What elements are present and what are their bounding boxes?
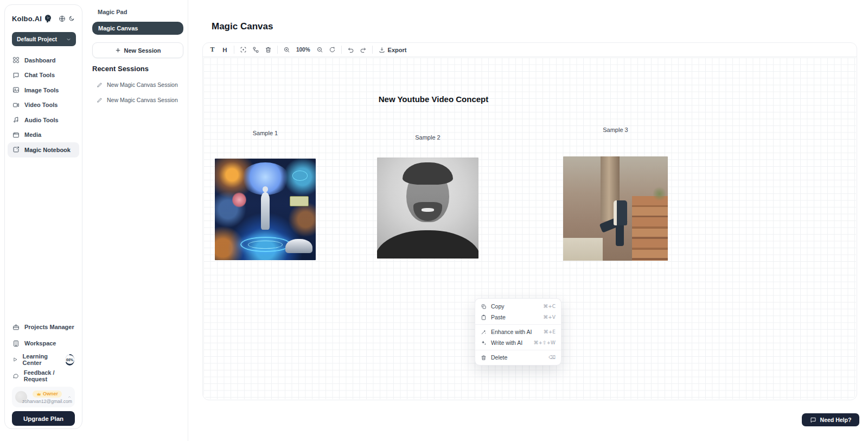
canvas-heading-text[interactable]: New Youtube Video Concept — [366, 94, 501, 104]
session-item-label: New Magic Canvas Session — [107, 81, 178, 88]
sidebar-item-audio-tools[interactable]: Audio Tools — [8, 112, 79, 128]
trash-icon — [481, 355, 487, 361]
page-title: Magic Canvas — [212, 21, 273, 32]
sidebar: Kolbo.AI Default Project Dashboard — [4, 4, 82, 429]
context-menu-item-delete[interactable]: Delete ⌫ — [475, 352, 561, 363]
sample-2-label[interactable]: Sample 2 — [377, 134, 478, 141]
sidebar-item-feedback-request[interactable]: Feedback / Request — [8, 368, 79, 384]
sidebar-item-label: Feedback / Request — [24, 369, 74, 382]
zoom-out-button[interactable] — [314, 45, 326, 55]
sidebar-item-label: Video Tools — [24, 102, 58, 108]
learning-progress-ring: 66% — [65, 354, 74, 366]
context-menu-item-paste[interactable]: Paste ⌘+V — [475, 312, 561, 323]
language-globe-icon[interactable] — [57, 14, 67, 23]
zoom-in-button[interactable] — [280, 45, 293, 55]
context-menu-divider — [475, 324, 561, 325]
sidebar-item-chat-tools[interactable]: Chat Tools — [8, 68, 79, 83]
chat-bubble-icon — [12, 72, 20, 79]
ai-select-tool-button[interactable] — [237, 45, 250, 55]
canvas-panel: T H 100% — [202, 42, 857, 400]
sample-3-label[interactable]: Sample 3 — [563, 127, 668, 133]
context-menu-label: Copy — [491, 303, 505, 310]
delete-tool-button[interactable] — [262, 45, 275, 55]
user-meta: Owner zoharvan12@gmail.com — [27, 390, 67, 404]
session-list-item[interactable]: New Magic Canvas Session — [97, 97, 178, 103]
export-button[interactable]: Export — [375, 45, 410, 55]
sidebar-item-label: Dashboard — [24, 57, 55, 64]
sidebar-item-learning-center[interactable]: Learning Center 66% — [8, 351, 79, 368]
ai-money-shape — [290, 196, 309, 206]
sample-3-image[interactable] — [563, 156, 668, 261]
upgrade-plan-button[interactable]: Upgrade Plan — [12, 411, 75, 426]
context-menu-item-copy[interactable]: Copy ⌘+C — [475, 301, 561, 312]
role-badge: Owner — [33, 390, 62, 398]
zoom-in-icon — [283, 46, 290, 53]
sidebar-item-label: Image Tools — [24, 87, 59, 93]
redo-button[interactable] — [357, 45, 369, 55]
sidebar-item-media[interactable]: Media — [8, 128, 79, 143]
sidebar-item-label: Media — [24, 131, 41, 138]
ruins-path-shape — [563, 238, 603, 261]
reset-rotate-icon — [329, 46, 336, 53]
sidebar-item-image-tools[interactable]: Image Tools — [8, 83, 79, 98]
plus-icon — [115, 47, 121, 53]
sidebar-item-magic-notebook[interactable]: Magic Notebook — [8, 142, 79, 158]
context-menu: Copy ⌘+C Paste ⌘+V Enhance with AI ⌘+E W… — [475, 298, 561, 366]
export-label: Export — [388, 47, 407, 53]
ruins-steps-shape — [632, 196, 668, 261]
undo-button[interactable] — [344, 45, 357, 55]
sidebar-item-label: Audio Tools — [24, 117, 59, 123]
ai-car-shape — [285, 239, 312, 253]
figure-torso-shape — [614, 200, 627, 225]
ai-heart-shape — [232, 192, 246, 207]
chevron-up-icon — [67, 395, 72, 399]
dashboard-icon — [12, 56, 20, 64]
sidebar-item-label: Projects Manager — [24, 324, 74, 330]
sample-1-label[interactable]: Sample 1 — [215, 130, 316, 136]
context-menu-item-enhance-with-ai[interactable]: Enhance with AI ⌘+E — [475, 326, 561, 337]
brand-name: Kolbo.AI — [12, 15, 42, 23]
dark-mode-moon-icon[interactable] — [67, 14, 76, 23]
session-list-item[interactable]: New Magic Canvas Session — [97, 81, 178, 88]
sample-1-image[interactable] — [215, 159, 316, 260]
reset-view-button[interactable] — [326, 45, 339, 55]
app: Kolbo.AI Default Project Dashboard — [0, 0, 868, 441]
user-email: zoharvan12@gmail.com — [22, 399, 72, 404]
context-menu-shortcut: ⌘+C — [543, 304, 556, 309]
need-help-button[interactable]: Need Help? — [802, 413, 859, 426]
sidebar-item-projects-manager[interactable]: Projects Manager — [8, 319, 79, 335]
flow-nodes-icon — [252, 46, 259, 53]
sidebar-item-dashboard[interactable]: Dashboard — [8, 53, 79, 68]
sidebar-item-workspace[interactable]: Workspace — [8, 335, 79, 351]
briefcase-icon — [12, 324, 20, 331]
sample-2-image[interactable] — [377, 158, 478, 259]
new-session-button[interactable]: New Session — [92, 42, 183, 58]
brand-row: Kolbo.AI — [12, 13, 76, 24]
portrait-shoulders-shape — [377, 230, 478, 259]
context-menu-shortcut: ⌘+⇧+W — [533, 340, 556, 345]
context-menu-label: Write with AI — [491, 339, 522, 346]
undo-icon — [347, 46, 354, 53]
music-note-icon — [12, 116, 20, 123]
sidebar-bottom-nav: Projects Manager Workspace Learning Cent… — [8, 319, 79, 384]
tab-magic-canvas[interactable]: Magic Canvas — [92, 22, 183, 35]
flow-tool-button[interactable] — [250, 45, 262, 55]
heading-tool-button[interactable]: H — [219, 45, 231, 55]
context-menu-shortcut: ⌫ — [548, 355, 556, 360]
sidebar-item-video-tools[interactable]: Video Tools — [8, 98, 79, 113]
context-menu-label: Enhance with AI — [491, 329, 532, 335]
project-selector[interactable]: Default Project — [12, 32, 76, 46]
paste-icon — [481, 314, 487, 320]
context-menu-label: Paste — [491, 314, 506, 320]
text-tool-button[interactable]: T — [206, 45, 219, 55]
toolbar-divider — [234, 46, 234, 54]
zoom-out-icon — [316, 46, 323, 53]
figure-leg-shape — [616, 223, 624, 246]
context-menu-item-write-with-ai[interactable]: Write with AI ⌘+⇧+W — [475, 337, 561, 348]
session-item-label: New Magic Canvas Session — [107, 97, 178, 103]
copy-icon — [481, 304, 487, 310]
context-menu-shortcut: ⌘+V — [543, 314, 556, 320]
user-account-box[interactable]: Owner zoharvan12@gmail.com — [12, 387, 75, 407]
feedback-bubble-icon — [12, 373, 19, 380]
tab-magic-pad[interactable]: Magic Pad — [98, 9, 127, 15]
